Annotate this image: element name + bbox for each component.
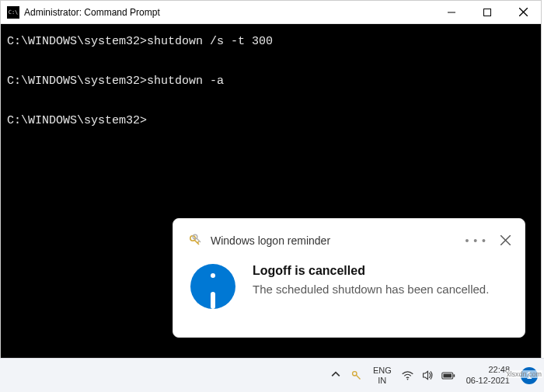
titlebar[interactable]: C:\ Administrator: Command Prompt [1,1,541,24]
close-button[interactable] [505,1,541,24]
terminal-prompt: C:\WINDOWS\system32> [7,111,535,131]
notification-header: Windows logon reminder • • • [187,230,511,252]
cmd-icon: C:\ [7,6,19,19]
svg-rect-17 [443,373,452,377]
svg-marker-14 [424,371,428,379]
dismiss-notification-button[interactable] [500,234,511,248]
notification-content: Logoff is cancelled The scheduled shutdo… [253,264,489,297]
clock[interactable]: 22:48 06-12-2021 [466,365,510,385]
notification-app-name: Windows logon reminder [211,234,466,247]
svg-rect-1 [484,9,491,16]
terminal-line: C:\WINDOWS\system32>shutdown -a [7,71,535,92]
keys-icon [187,233,203,248]
taskbar[interactable]: ENG IN 22:48 06-12-2021 1 [0,358,544,392]
battery-icon[interactable] [441,369,455,383]
notification-body: Logoff is cancelled The scheduled shutdo… [187,264,511,309]
lang-secondary: IN [378,376,386,385]
watermark-text: xlsxdn.com [506,370,542,378]
more-options-button[interactable]: • • • [466,234,486,247]
svg-rect-16 [453,374,455,376]
maximize-button[interactable] [469,1,505,24]
notification-text: The scheduled shutdown has been cancelle… [253,281,489,297]
date-text: 06-12-2021 [466,376,510,386]
volume-icon[interactable] [421,369,435,383]
wifi-icon[interactable] [401,369,415,383]
minimize-button[interactable] [434,1,469,24]
language-indicator[interactable]: ENG IN [373,366,392,384]
info-icon [190,264,235,309]
tray-overflow-button[interactable] [331,369,340,381]
terminal-line: C:\WINDOWS\system32>shutdown /s -t 300 [7,32,535,52]
svg-point-13 [407,379,409,380]
lang-primary: ENG [373,366,392,375]
toast-notification[interactable]: Windows logon reminder • • • Logoff is c… [173,218,525,338]
svg-line-12 [356,375,360,379]
tray-keys-icon[interactable] [350,369,364,383]
notification-title: Logoff is cancelled [253,264,489,278]
window-title: Administrator: Command Prompt [24,7,434,18]
svg-line-6 [197,241,199,243]
